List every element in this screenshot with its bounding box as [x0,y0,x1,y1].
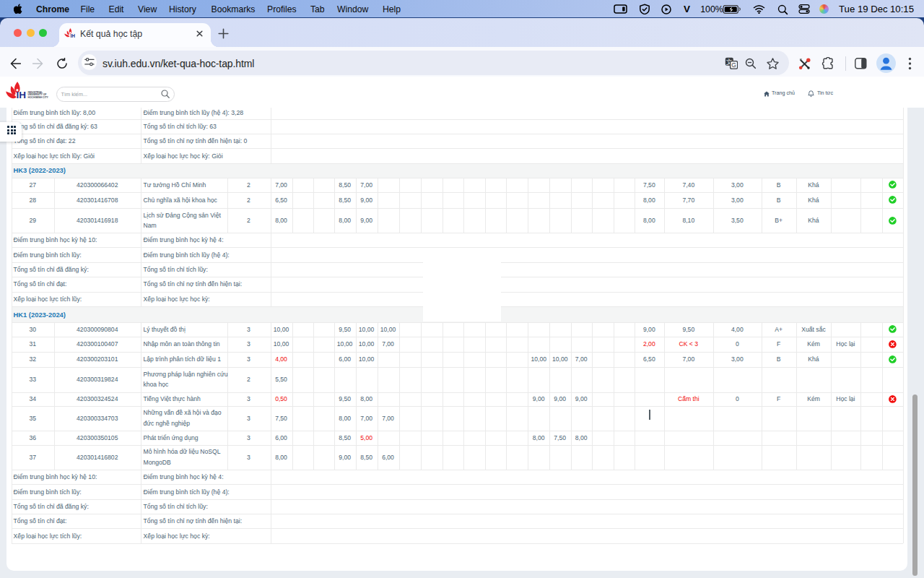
svg-text:G: G [731,61,736,69]
